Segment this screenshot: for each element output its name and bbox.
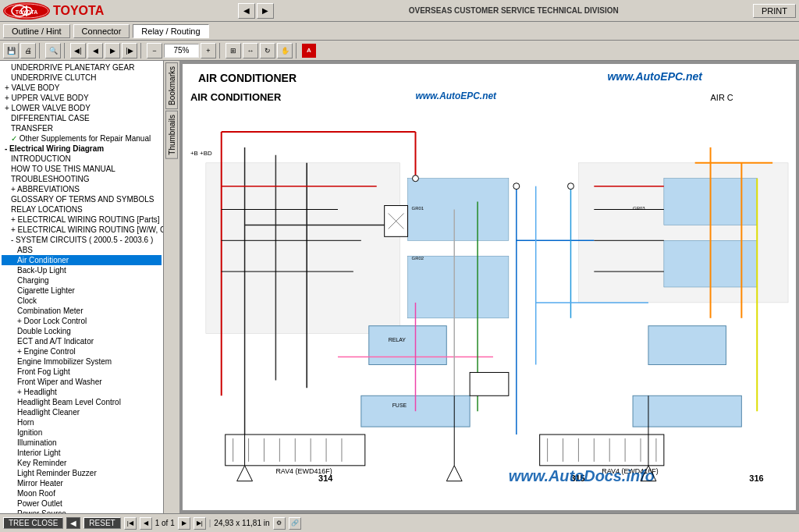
sidebar-item[interactable]: Interior Light [2,448,162,458]
dimensions-info: 24,93 x 11,81 in [214,519,269,527]
print-icon[interactable]: 🖨 [20,43,36,59]
sidebar-item[interactable]: Front Wiper and Washer [2,377,162,387]
sidebar-item[interactable]: + Engine Control [2,346,162,356]
zoom-out-icon[interactable]: − [147,43,162,59]
nav-prev-bottom[interactable]: ◀ [66,517,80,529]
outline-hint-tab[interactable]: Outline / Hint [3,24,70,38]
separator-bottom: | [209,519,211,527]
settings-icon[interactable]: ⚙ [273,517,286,530]
back-button[interactable]: ◀ [238,3,255,19]
sidebar-content: UNDERDRIVE PLANETARY GEARUNDERDRIVE CLUT… [0,61,163,513]
relay-routing-tab[interactable]: Relay / Routing [133,24,208,38]
bottom-bar: TREE CLOSE ◀ RESET |◀ ◀ 1 of 1 ▶ ▶| | 24… [0,513,799,532]
sidebar-item[interactable]: GLOSSARY OF TERMS AND SYMBOLS [2,194,162,204]
sidebar-item[interactable]: Double Locking [2,326,162,336]
search-icon[interactable]: 🔍 [45,43,61,59]
print-button[interactable]: PRINT [753,4,796,18]
svg-text:RAV4 (EWD416F): RAV4 (EWD416F) [275,467,332,475]
sidebar: UNDERDRIVE PLANETARY GEARUNDERDRIVE CLUT… [0,61,164,513]
link-icon[interactable]: 🔗 [289,517,301,530]
sidebar-item[interactable]: Air Conditioner [2,255,162,265]
svg-rect-10 [206,163,400,334]
zoom-in-icon[interactable]: + [201,43,216,59]
sidebar-item[interactable]: TROUBLESHOOTING [2,174,162,184]
sidebar-item[interactable]: INTRODUCTION [2,154,162,164]
sidebar-item[interactable]: + LOWER VALVE BODY [2,103,162,113]
sidebar-item[interactable]: + ELECTRICAL WIRING ROUTING [Parts] [2,215,162,225]
sidebar-item[interactable]: Other Supplements for Repair Manual [2,133,162,144]
separator-5 [296,43,299,59]
page-next-btn[interactable]: ▶ [178,517,190,530]
svg-rect-66 [540,434,664,466]
sidebar-item[interactable]: Charging [2,275,162,286]
sidebar-item[interactable]: Clock [2,296,162,306]
page-last-btn[interactable]: ▶| [194,517,206,530]
division-text: OVERSEAS CUSTOMER SERVICE TECHNICAL DIVI… [409,6,619,15]
sidebar-item[interactable]: HOW TO USE THIS MANUAL [2,164,162,174]
tree-close-button[interactable]: TREE CLOSE [3,517,63,529]
sidebar-item[interactable]: - Electrical Wiring Diagram [2,144,162,154]
sidebar-item[interactable]: Front Fog Light [2,367,162,377]
sidebar-item[interactable]: Back-Up Light [2,265,162,275]
sidebar-item[interactable]: Headlight Beam Level Control [2,397,162,407]
prev-icon[interactable]: ◀ [87,43,103,59]
forward-button[interactable]: ▶ [257,3,274,19]
next-icon[interactable]: ▶ [105,43,120,59]
svg-text:AIR CONDITIONER: AIR CONDITIONER [190,91,282,103]
svg-text:AIR C: AIR C [711,93,733,102]
sidebar-item[interactable]: Mirror Heater [2,478,162,488]
nav-arrows: ◀ ▶ [238,3,274,19]
sidebar-item[interactable]: Moon Roof [2,488,162,498]
sidebar-item[interactable]: + UPPER VALVE BODY [2,93,162,103]
pan-icon[interactable]: ✋ [277,43,293,59]
sidebar-item[interactable]: Key Reminder [2,458,162,468]
svg-text:GR02: GR02 [412,256,424,261]
svg-point-47 [513,183,520,190]
sidebar-item[interactable]: UNDERDRIVE CLUTCH [2,73,162,83]
sidebar-item[interactable]: Headlight Cleaner [2,407,162,417]
bookmarks-tab[interactable]: Bookmarks [165,62,178,109]
reset-button[interactable]: RESET [83,517,120,529]
svg-rect-45 [470,372,509,395]
svg-text:GR01: GR01 [412,206,424,211]
sidebar-item[interactable]: + Door Lock Control [2,316,162,326]
sidebar-item[interactable]: Light Reminder Buzzer [2,468,162,478]
fit-width-icon[interactable]: ↔ [243,43,258,59]
sidebar-item[interactable]: Illumination [2,438,162,448]
fit-page-icon[interactable]: ⊞ [225,43,241,59]
prev-page-icon[interactable]: ◀| [70,43,86,59]
sidebar-item[interactable]: Power Source [2,509,162,513]
sidebar-item[interactable]: - SYSTEM CIRCUITS ( 2000.5 - 2003.6 ) [2,235,162,245]
sidebar-item[interactable]: Cigarette Lighter [2,286,162,296]
svg-rect-21 [633,395,741,427]
page-prev-btn[interactable]: ◀ [140,517,152,530]
sidebar-item[interactable]: + Headlight [2,387,162,397]
diagram-title: AIR CONDITIONER [198,72,297,84]
sidebar-item[interactable]: + ABBREVIATIONS [2,184,162,194]
sidebar-item[interactable]: Combination Meter [2,306,162,316]
sidebar-item[interactable]: + ELECTRICAL WIRING ROUTING [W/W, G/P, S… [2,225,162,235]
page-first-btn[interactable]: |◀ [124,517,137,530]
sidebar-item[interactable]: Engine Immobilizer System [2,356,162,367]
toyota-logo: TOYOTA TOYOTA [3,2,104,20]
connector-tab[interactable]: Connector [73,24,130,38]
svg-text:TOYOTA: TOYOTA [16,9,38,15]
sidebar-item[interactable]: UNDERDRIVE PLANETARY GEAR [2,62,162,73]
svg-point-46 [413,176,419,182]
sidebar-item[interactable]: Horn [2,417,162,427]
sidebar-item[interactable]: ECT and A/T Indicator [2,336,162,346]
sidebar-item[interactable]: + VALVE BODY [2,83,162,93]
sidebar-item[interactable]: Ignition [2,427,162,438]
sidebar-item[interactable]: TRANSFER [2,123,162,133]
sidebar-item[interactable]: RELAY LOCATIONS [2,204,162,215]
sidebar-item[interactable]: ABS [2,245,162,255]
separator-4 [219,43,222,59]
next-page-icon[interactable]: |▶ [122,43,137,59]
svg-text:316: 316 [749,473,763,483]
thumbnails-tab[interactable]: Thumbnails [165,111,178,159]
svg-text:FUSE: FUSE [392,403,407,408]
sidebar-item[interactable]: DIFFERENTIAL CASE [2,113,162,123]
sidebar-item[interactable]: Power Outlet [2,498,162,509]
rotate-icon[interactable]: ↻ [260,43,275,59]
save-icon[interactable]: 💾 [3,43,19,59]
